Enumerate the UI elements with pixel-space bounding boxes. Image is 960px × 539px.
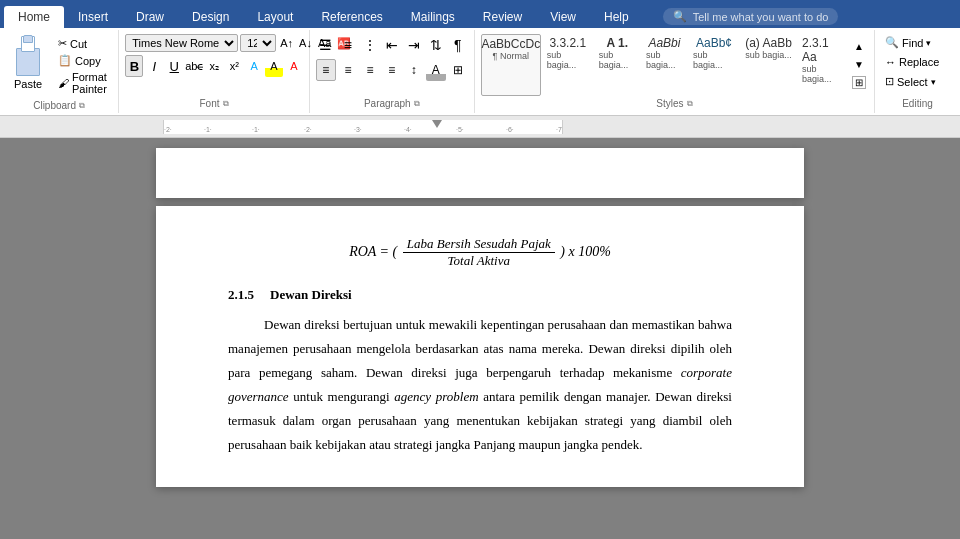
clipboard-label: Clipboard ⧉ (4, 100, 114, 111)
select-button[interactable]: ⊡ Select ▾ (881, 73, 954, 90)
clipboard-expand-icon[interactable]: ⧉ (79, 101, 85, 111)
search-area[interactable]: 🔍 Tell me what you want to do (663, 8, 839, 25)
ruler: ·2· ·1· ·1· ·2· ·3· ·4· ·5· ·6· ·7· ·8· … (163, 120, 563, 134)
formula-fraction: Laba Bersih Sesudah Pajak Total Aktiva (403, 236, 555, 269)
font-family-select[interactable]: Times New Rome (125, 34, 238, 52)
style-aabbc[interactable]: AaBb¢ sub bagia... (689, 34, 739, 96)
paragraph-group: ☰ ≡ ⋮ ⇤ ⇥ ⇅ ¶ ≡ ≡ ≡ ≡ ↕ A ⊞ Paragraph ⧉ (310, 30, 475, 113)
styles-expand-icon[interactable]: ⧉ (687, 99, 693, 109)
italic-phrase-2: agency problem (394, 389, 478, 404)
section-title: Dewan Direksi (270, 287, 352, 303)
paste-icon (10, 36, 46, 76)
align-right-button[interactable]: ≡ (360, 59, 380, 81)
style-332[interactable]: 3.3.2.1 sub bagia... (543, 34, 593, 96)
formula-container: ROA = ( Laba Bersih Sesudah Pajak Total … (228, 236, 732, 269)
align-center-button[interactable]: ≡ (338, 59, 358, 81)
tab-draw[interactable]: Draw (122, 6, 178, 28)
strikethrough-button[interactable]: abc̶ (185, 55, 203, 77)
body-paragraph: Dewan direksi bertujuan untuk mewakili k… (228, 313, 732, 457)
increase-indent-button[interactable]: ⇥ (404, 34, 424, 56)
font-expand-icon[interactable]: ⧉ (223, 99, 229, 109)
section-heading: 2.1.5 Dewan Direksi (228, 287, 732, 303)
section-number: 2.1.5 (228, 287, 254, 303)
search-icon: 🔍 (673, 10, 687, 23)
subscript-button[interactable]: x₂ (205, 55, 223, 77)
italic-button[interactable]: I (145, 55, 163, 77)
tab-home[interactable]: Home (4, 6, 64, 28)
numbering-button[interactable]: ≡ (338, 34, 358, 56)
ruler-area: ·2· ·1· ·1· ·2· ·3· ·4· ·5· ·6· ·7· ·8· … (0, 116, 960, 138)
bullets-button[interactable]: ☰ (316, 34, 336, 56)
increase-font-button[interactable]: A↑ (278, 36, 295, 50)
superscript-button[interactable]: x² (225, 55, 243, 77)
text-effect-button[interactable]: A (245, 55, 263, 77)
font-color-button[interactable]: A (285, 55, 303, 77)
search-placeholder: Tell me what you want to do (693, 11, 829, 23)
paste-label: Paste (14, 78, 42, 90)
editing-group: 🔍 Find ▾ ↔ Replace ⊡ Select ▾ Editing (875, 30, 960, 113)
paragraph-expand-icon[interactable]: ⧉ (414, 99, 420, 109)
cut-button[interactable]: ✂ Cut (54, 36, 114, 51)
style-aabb-italic[interactable]: AaBbi sub bagia... (642, 34, 687, 96)
ribbon: Paste ✂ Cut 📋 Copy 🖌 Format Painter (0, 28, 960, 116)
styles-group: AaBbCcDc ¶ Normal 3.3.2.1 sub bagia... A… (475, 30, 875, 113)
styles-scroll-up[interactable]: ▲ ▼ ⊞ (850, 34, 868, 96)
copy-button[interactable]: 📋 Copy (54, 53, 114, 68)
formula-prefix: ROA = ( (349, 244, 397, 259)
sort-button[interactable]: ⇅ (426, 34, 446, 56)
find-icon: 🔍 (885, 36, 899, 49)
show-marks-button[interactable]: ¶ (448, 34, 468, 56)
tab-references[interactable]: References (307, 6, 396, 28)
clipboard-group: Paste ✂ Cut 📋 Copy 🖌 Format Painter (0, 30, 119, 113)
font-size-select[interactable]: 12 (240, 34, 276, 52)
style-231[interactable]: 2.3.1 Aa sub bagia... (798, 34, 848, 96)
style-normal[interactable]: AaBbCcDc ¶ Normal (481, 34, 541, 96)
tab-review[interactable]: Review (469, 6, 536, 28)
font-label: Font ⧉ (125, 98, 303, 109)
app-container: Home Insert Draw Design Layout Reference… (0, 0, 960, 539)
replace-icon: ↔ (885, 56, 896, 68)
copy-icon: 📋 (58, 54, 72, 67)
formula-numerator: Laba Bersih Sesudah Pajak (403, 236, 555, 253)
find-button[interactable]: 🔍 Find ▾ (881, 34, 954, 51)
format-painter-button[interactable]: 🖌 Format Painter (54, 70, 114, 96)
font-group: Times New Rome 12 A↑ A↓ Aa 🆎 B I U abc̶ … (119, 30, 310, 113)
bold-button[interactable]: B (125, 55, 143, 77)
replace-button[interactable]: ↔ Replace (881, 54, 954, 70)
styles-label: Styles ⧉ (481, 98, 868, 109)
mid-text-1: untuk mengurangi (293, 389, 394, 404)
page-main[interactable]: ROA = ( Laba Bersih Sesudah Pajak Total … (156, 206, 804, 487)
paragraph-text-1: Dewan direksi bertujuan untuk mewakili k… (228, 317, 732, 380)
tab-design[interactable]: Design (178, 6, 243, 28)
format-painter-icon: 🖌 (58, 77, 69, 89)
tab-help[interactable]: Help (590, 6, 643, 28)
style-a1[interactable]: A 1. sub bagia... (595, 34, 640, 96)
cut-icon: ✂ (58, 37, 67, 50)
formula-denominator: Total Aktiva (444, 253, 514, 269)
line-spacing-button[interactable]: ↕ (404, 59, 424, 81)
multilevel-list-button[interactable]: ⋮ (360, 34, 380, 56)
paste-button[interactable]: Paste (4, 32, 52, 100)
justify-button[interactable]: ≡ (382, 59, 402, 81)
underline-button[interactable]: U (165, 55, 183, 77)
page-top (156, 148, 804, 198)
editing-label: Editing (881, 98, 954, 109)
tab-insert[interactable]: Insert (64, 6, 122, 28)
shading-button[interactable]: A (426, 59, 446, 81)
formula-suffix: ) x 100% (560, 244, 611, 259)
text-highlight-button[interactable]: A (265, 55, 283, 77)
tab-view[interactable]: View (536, 6, 590, 28)
borders-button[interactable]: ⊞ (448, 59, 468, 81)
tab-mailings[interactable]: Mailings (397, 6, 469, 28)
paragraph-label: Paragraph ⧉ (316, 98, 468, 109)
align-left-button[interactable]: ≡ (316, 59, 336, 81)
style-a-aabb[interactable]: (a) AaBb sub bagia... (741, 34, 796, 96)
document-area: ROA = ( Laba Bersih Sesudah Pajak Total … (0, 138, 960, 539)
tab-layout[interactable]: Layout (243, 6, 307, 28)
decrease-indent-button[interactable]: ⇤ (382, 34, 402, 56)
tab-bar: Home Insert Draw Design Layout Reference… (0, 0, 960, 28)
select-icon: ⊡ (885, 75, 894, 88)
